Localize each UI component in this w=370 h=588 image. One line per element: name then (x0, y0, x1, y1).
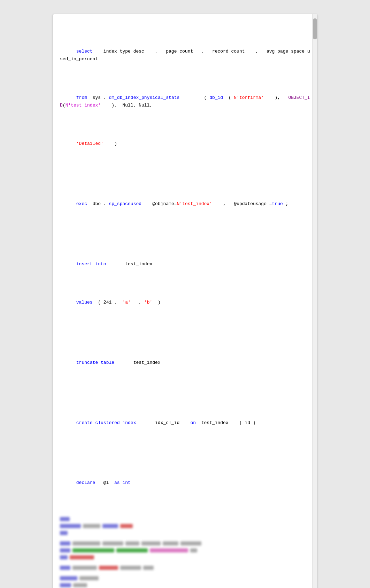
values-keyword: values (76, 300, 93, 305)
on-keyword: on (190, 420, 196, 425)
blurred-code-1 (60, 516, 310, 588)
declare-line: declare @i as int (60, 471, 310, 494)
select-keyword: select (76, 49, 93, 54)
objname-value: N'test_index' (177, 201, 212, 206)
torfirma-string: N'torfirma' (234, 95, 264, 100)
declare-keyword: declare (76, 480, 95, 485)
insert-line: insert into test_index (60, 253, 310, 276)
truncate-statement: truncate table test_index (60, 336, 310, 390)
insert-keyword: insert into (76, 261, 106, 267)
sp-spaceused: sp_spaceused (109, 201, 141, 206)
values-line: values ( 241 , 'a' , 'b' ) (60, 291, 310, 314)
create-index-statement: create clustered index idx_cl_id on test… (60, 396, 310, 450)
dbid-func: db_id (209, 95, 223, 100)
val-a: 'a' (122, 300, 130, 305)
detailed-line: 'Detailed' ) (60, 132, 310, 155)
detailed-string: 'Detailed' (76, 141, 103, 146)
exec-line: exec dbo . sp_spaceused @objname=N'test_… (60, 193, 310, 215)
test-index-string1: N'test_index' (65, 103, 101, 108)
true-value: true (272, 201, 283, 206)
as-keyword: as int (114, 480, 131, 485)
truncate-keyword: truncate table (76, 360, 114, 365)
select-statement: select index_type_desc , page_count , re… (60, 25, 310, 171)
from-line: from sys . dm_db_index_physical_stats ( … (60, 86, 310, 117)
exec-keyword: exec (76, 201, 87, 206)
scrollbar[interactable] (312, 14, 317, 588)
from-keyword: from (76, 95, 87, 100)
scrollbar-thumb[interactable] (313, 18, 317, 39)
val-b: 'b' (144, 300, 152, 305)
create-keyword: create clustered index (76, 420, 136, 425)
truncate-line: truncate table test_index (60, 351, 310, 374)
sys-function: dm_db_index_physical_stats (109, 95, 179, 100)
select-line: select index_type_desc , page_count , re… (60, 40, 310, 71)
insert-statement: insert into test_index values ( 241 , 'a… (60, 237, 310, 329)
create-line: create clustered index idx_cl_id on test… (60, 411, 310, 434)
editor-window: select index_type_desc , page_count , re… (53, 14, 317, 588)
declare-statement: declare @i as int (60, 456, 310, 510)
exec-statement: exec dbo . sp_spaceused @objname=N'test_… (60, 177, 310, 231)
